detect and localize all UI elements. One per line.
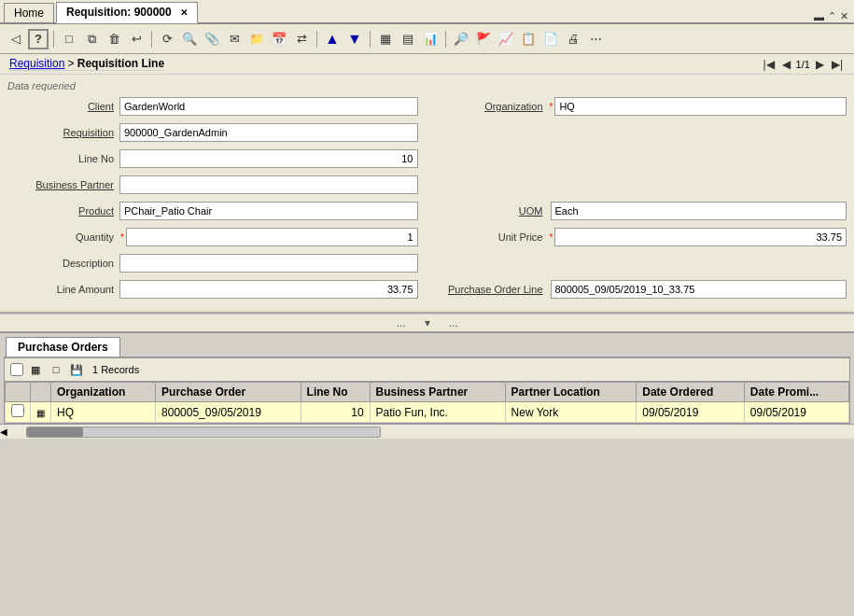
- requisition-input[interactable]: [119, 123, 418, 142]
- quantity-label: Quantity: [7, 231, 119, 243]
- description-input[interactable]: [119, 254, 418, 273]
- row-grid-icon[interactable]: ▦: [36, 408, 45, 418]
- bottom-section: Purchase Orders ▦ □ 💾 1 Records: [0, 331, 854, 616]
- table-container: Organization Purchase Order Line No Busi…: [5, 382, 849, 423]
- nav-prev-btn[interactable]: ◀: [780, 58, 792, 71]
- doc-btn[interactable]: 📄: [540, 29, 561, 49]
- business-partner-label[interactable]: Business Partner: [7, 179, 119, 190]
- col-checkbox: [6, 383, 31, 402]
- tab-close-icon[interactable]: ✕: [180, 7, 188, 18]
- minimize-icon[interactable]: ▬: [814, 11, 824, 22]
- nav-next-btn[interactable]: ▶: [814, 58, 826, 71]
- form-view-btn[interactable]: □: [48, 361, 64, 378]
- calendar-btn[interactable]: 📅: [269, 29, 289, 49]
- uom-input[interactable]: [551, 202, 847, 220]
- data-requeried-label: Data requeried: [7, 80, 847, 91]
- table-row[interactable]: ▦ HQ 800005_09/05/2019 10 Patio Fun, Inc…: [6, 402, 849, 423]
- tab-home[interactable]: Home: [4, 3, 54, 22]
- unit-price-input[interactable]: [554, 228, 847, 246]
- toolbar: ◁ ? □ ⧉ 🗑 ↩ ⟳ 🔍 📎 ✉ 📁 📅 ⇄ ▲ ▼ ▦ ▤ 📊 🔎 🚩 …: [0, 24, 854, 54]
- client-input[interactable]: [119, 97, 418, 116]
- col-icon: [31, 383, 51, 402]
- down-btn[interactable]: ▼: [344, 29, 365, 49]
- qty-required: *: [120, 232, 124, 243]
- requisition-label[interactable]: Requisition: [7, 127, 119, 138]
- report-btn[interactable]: 📈: [496, 29, 516, 49]
- horizontal-scrollbar[interactable]: [26, 427, 381, 438]
- row-partner-loc-cell: New York: [505, 402, 637, 423]
- back-btn[interactable]: ◁: [6, 29, 26, 49]
- col-date-ordered-header[interactable]: Date Ordered: [637, 383, 745, 402]
- process-btn[interactable]: ⇄: [291, 29, 312, 49]
- extra-btn[interactable]: ⋯: [585, 29, 606, 49]
- select-all-checkbox[interactable]: [10, 363, 23, 376]
- ellipsis-left[interactable]: ...: [396, 316, 405, 329]
- breadcrumb-current: Requisition Line: [77, 57, 164, 70]
- row-checkbox-cell[interactable]: [6, 402, 31, 423]
- table-header-row: Organization Purchase Order Line No Busi…: [6, 383, 849, 402]
- nav-last-btn[interactable]: ▶|: [830, 58, 845, 71]
- export-btn[interactable]: 💾: [68, 361, 85, 378]
- lineno-input[interactable]: [119, 149, 418, 168]
- panel-tab-header: Purchase Orders: [0, 333, 854, 357]
- grid-btn[interactable]: ▦: [375, 29, 396, 49]
- purchase-order-line-label[interactable]: Purchase Order Line: [437, 284, 549, 295]
- line-amount-label: Line Amount: [7, 284, 119, 295]
- breadcrumb-separator: >: [67, 57, 77, 70]
- tab-requisition[interactable]: Requisition: 900000 ✕: [56, 2, 198, 23]
- delete-btn[interactable]: 🗑: [104, 29, 124, 49]
- col-bp-header[interactable]: Business Partner: [370, 383, 505, 402]
- row-date-promised-cell: 09/05/2019: [744, 402, 848, 423]
- client-label[interactable]: Client: [7, 101, 119, 112]
- page-info: 1/1: [796, 59, 810, 70]
- scrollbar-thumb[interactable]: [27, 427, 83, 437]
- lookup-btn[interactable]: 🔎: [451, 29, 471, 49]
- task-btn[interactable]: 📋: [518, 29, 539, 49]
- flag-btn[interactable]: 🚩: [473, 29, 494, 49]
- row-checkbox[interactable]: [11, 404, 24, 417]
- organization-label[interactable]: Organization: [437, 101, 549, 112]
- up-btn[interactable]: ▲: [322, 29, 343, 49]
- col-partner-loc-header[interactable]: Partner Location: [505, 383, 637, 402]
- line-amount-input[interactable]: [119, 280, 418, 299]
- ellipsis-right[interactable]: ...: [449, 316, 458, 329]
- print-btn[interactable]: 🖨: [563, 29, 583, 49]
- attach-btn[interactable]: 📎: [202, 29, 222, 49]
- col-po-header[interactable]: Purchase Order: [156, 383, 301, 402]
- col-lineno-header[interactable]: Line No: [301, 383, 370, 402]
- product-input[interactable]: [119, 202, 418, 220]
- org-required: *: [550, 102, 553, 112]
- zoom-btn[interactable]: 🔍: [179, 29, 200, 49]
- purchase-orders-tab[interactable]: Purchase Orders: [6, 337, 120, 357]
- grid-view-btn[interactable]: ▦: [27, 361, 44, 378]
- separator-3: [316, 31, 317, 48]
- new-btn[interactable]: □: [59, 29, 79, 49]
- col-organization-header[interactable]: Organization: [51, 383, 156, 402]
- unit-price-label: Unit Price: [437, 231, 549, 243]
- quantity-input[interactable]: [126, 228, 418, 246]
- breadcrumb-parent[interactable]: Requisition: [9, 57, 64, 70]
- row-bp-cell: Patio Fun, Inc.: [370, 402, 505, 423]
- ellipsis-dropdown[interactable]: ▾: [425, 316, 430, 329]
- purchase-orders-table: Organization Purchase Order Line No Busi…: [5, 382, 849, 423]
- form-btn[interactable]: ▤: [398, 29, 418, 49]
- organization-input[interactable]: [554, 97, 847, 116]
- copy-btn[interactable]: ⧉: [81, 29, 102, 49]
- purchase-order-line-input[interactable]: [551, 280, 847, 299]
- close-window-icon[interactable]: ✕: [840, 10, 848, 22]
- col-date-promised-header[interactable]: Date Promi...: [744, 383, 848, 402]
- tab-bar: Home Requisition: 900000 ✕ ▬ ⌃ ✕: [0, 0, 854, 24]
- restore-icon[interactable]: ⌃: [828, 10, 836, 22]
- business-partner-input[interactable]: [119, 175, 418, 194]
- archive-btn[interactable]: 📁: [246, 29, 267, 49]
- nav-first-btn[interactable]: |◀: [761, 58, 776, 71]
- note-btn[interactable]: ✉: [224, 29, 245, 49]
- row-date-ordered-cell: 09/05/2019: [637, 402, 745, 423]
- scroll-left-btn[interactable]: ◀: [0, 427, 7, 437]
- refresh-btn[interactable]: ⟳: [157, 29, 177, 49]
- chart-btn[interactable]: 📊: [420, 29, 441, 49]
- help-btn[interactable]: ?: [28, 29, 49, 49]
- undo-btn[interactable]: ↩: [126, 29, 147, 49]
- uom-label[interactable]: UOM: [437, 205, 549, 217]
- product-label[interactable]: Product: [7, 205, 119, 217]
